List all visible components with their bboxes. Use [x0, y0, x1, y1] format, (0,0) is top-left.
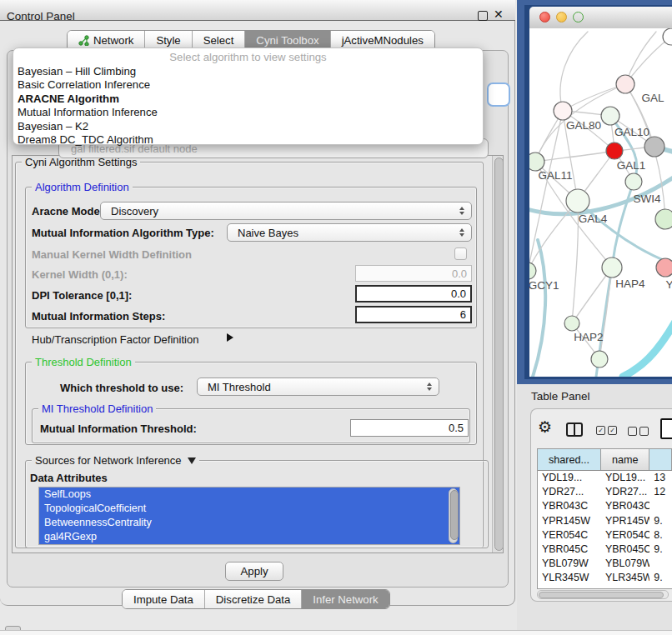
network-node[interactable]: [655, 209, 672, 229]
table-row[interactable]: YDR27...YDR27...12: [538, 485, 672, 499]
hub-section-label: Hub/Transcription Factor Definition: [32, 333, 198, 346]
zoom-traffic-icon[interactable]: [573, 12, 584, 22]
algorithm-option-basic-correlation-inference[interactable]: Basic Correlation Inference: [13, 78, 483, 92]
tab-cyni-toolbox[interactable]: Cyni Toolbox: [245, 31, 330, 49]
dpi-tolerance-label: DPI Tolerance [0,1]:: [32, 289, 132, 302]
network-node-gal[interactable]: [616, 75, 634, 93]
inference-algorithm-combo-fragment[interactable]: [487, 82, 510, 107]
column-header[interactable]: [649, 449, 672, 470]
algorithm-dropdown: Select algorithm to view settings Bayesi…: [13, 48, 484, 145]
network-window-titlebar[interactable]: [529, 7, 672, 29]
mi-steps-field[interactable]: 6: [355, 306, 472, 323]
algorithm-option-dream8-dc-tdc-algorithm[interactable]: Dream8 DC_TDC Algorithm: [13, 133, 483, 147]
network-node-gal80[interactable]: [554, 102, 572, 120]
attribute-topologicalcoefficient[interactable]: TopologicalCoefficient: [39, 502, 459, 516]
unselect-all-columns-icon[interactable]: [628, 427, 649, 436]
table-cell: 9.: [649, 571, 672, 585]
bottom-panel-edge: [0, 630, 672, 635]
expand-right-icon[interactable]: [227, 333, 233, 342]
table-row[interactable]: YBL079WYBL079W: [538, 557, 672, 571]
control-panel-titlebar[interactable]: [0, 0, 515, 21]
manual-kernel-width-checkbox[interactable]: [454, 248, 467, 260]
table-row[interactable]: YBR045CYBR045C9.: [538, 542, 672, 557]
network-node-swi4[interactable]: [625, 173, 642, 190]
table-panel: ⚙ ✓✓ shared...name YDL19...YDL19...13YDR…: [530, 408, 672, 602]
attributes-scrollbar-thumb[interactable]: [450, 490, 459, 540]
network-node-hap2[interactable]: [564, 316, 579, 331]
select-all-columns-icon[interactable]: ✓✓: [596, 426, 617, 435]
network-node-gal1[interactable]: [606, 142, 623, 159]
mi-steps-label: Mutual Information Steps:: [32, 310, 165, 322]
network-node[interactable]: [644, 137, 664, 157]
table-cell: YBR045C: [601, 542, 649, 557]
table-hscrollbar-thumb[interactable]: [539, 592, 664, 598]
settings-scrollbar-thumb[interactable]: [494, 158, 504, 551]
table-cell: YIL052C: [538, 586, 601, 590]
network-node[interactable]: [591, 351, 608, 368]
tab-label: Infer Network: [313, 593, 378, 606]
table-cell: YLR345W: [538, 571, 601, 585]
table-row[interactable]: YER054CYER054C8.: [538, 528, 672, 542]
network-node-gal10[interactable]: [601, 107, 619, 125]
tab-style[interactable]: Style: [145, 31, 192, 49]
tab-discretize-data[interactable]: Discretize Data: [205, 590, 302, 608]
network-node-label: GAL10: [614, 126, 649, 138]
network-node-y[interactable]: [656, 258, 672, 277]
kernel-width-field[interactable]: 0.0: [355, 265, 472, 282]
attributes-scrollbar[interactable]: [449, 488, 458, 543]
algorithm-option-bayesian-hill-climbing[interactable]: Bayesian – Hill Climbing: [13, 65, 483, 78]
column-header-shared[interactable]: shared...: [538, 449, 601, 470]
stepper-icon: [459, 207, 464, 215]
network-node-gal4[interactable]: [566, 189, 589, 212]
attribute-selfloops[interactable]: SelfLoops: [39, 488, 459, 502]
column-header-name[interactable]: name: [601, 449, 649, 470]
table-hscrollbar[interactable]: [537, 590, 669, 599]
algorithm-option-aracne-algorithm[interactable]: ARACNE Algorithm: [13, 92, 483, 106]
table-row[interactable]: YBR043CYBR043C: [538, 499, 672, 513]
algorithm-option-mutual-information-inference[interactable]: Mutual Information Inference: [13, 106, 483, 119]
which-threshold-select[interactable]: MI Threshold: [197, 378, 439, 396]
table-cell: 9.: [649, 514, 672, 528]
minimize-traffic-icon[interactable]: [556, 12, 567, 22]
settings-scrollbar[interactable]: [492, 156, 503, 552]
network-node-gal11[interactable]: [529, 152, 544, 171]
tab-infer-network[interactable]: Infer Network: [302, 590, 389, 608]
float-window-icon[interactable]: [478, 11, 488, 21]
split-columns-icon[interactable]: [566, 422, 583, 437]
aracne-mode-select[interactable]: Discovery: [100, 202, 472, 220]
table-row[interactable]: YIL052CYIL052C9.: [538, 586, 672, 590]
network-node-hap4[interactable]: [602, 258, 622, 278]
network-node-label: GCY1: [529, 279, 559, 292]
algorithm-option-bayesian-k2[interactable]: Bayesian – K2: [13, 120, 483, 133]
table-row[interactable]: YDL19...YDL19...13: [538, 471, 672, 485]
mi-threshold-field[interactable]: 0.5: [350, 419, 469, 437]
network-edge: [560, 32, 588, 111]
table-row[interactable]: YPR145WYPR145W9.: [538, 514, 672, 528]
attribute-gal4rgexp[interactable]: gal4RGexp: [39, 530, 459, 544]
table-cell: YIL052C: [601, 586, 649, 590]
apply-button[interactable]: Apply: [225, 562, 283, 581]
table-cell: YPR145W: [601, 514, 649, 528]
tab-select[interactable]: Select: [193, 31, 246, 49]
network-node-gcy1[interactable]: [529, 262, 536, 279]
collapse-down-icon[interactable]: [188, 458, 196, 464]
algorithm-definition-title: Algorithm Definition: [32, 182, 133, 193]
tab-jactivemnodules[interactable]: jActiveMNodules: [331, 31, 434, 49]
table-cell: YBL079W: [601, 557, 649, 571]
new-table-icon[interactable]: [660, 418, 672, 439]
mi-threshold-group-title: MI Threshold Definition: [38, 403, 156, 415]
manual-kernel-width-label: Manual Kernel Width Definition: [32, 248, 192, 261]
table-cell: 9.: [649, 586, 672, 590]
mi-algorithm-type-select[interactable]: Naive Bayes: [227, 223, 472, 242]
tab-network[interactable]: Network: [68, 31, 145, 49]
close-icon[interactable]: ✕: [494, 8, 504, 20]
network-canvas[interactable]: GALGAL80GAL10GAL1GAL11SWI4GAL4GCY1HAP4YH…: [529, 28, 672, 377]
attribute-betweennesscentrality[interactable]: BetweennessCentrality: [39, 516, 459, 530]
table-row[interactable]: YLR345WYLR345W9.: [538, 571, 672, 585]
close-traffic-icon[interactable]: [539, 12, 550, 22]
data-attributes-list: SelfLoopsTopologicalCoefficientBetweenne…: [38, 487, 460, 545]
gear-icon[interactable]: ⚙: [538, 419, 552, 436]
dpi-tolerance-field[interactable]: 0.0: [355, 285, 472, 302]
tab-impute-data[interactable]: Impute Data: [123, 590, 205, 608]
threshold-definition-title: Threshold Definition: [32, 357, 135, 368]
